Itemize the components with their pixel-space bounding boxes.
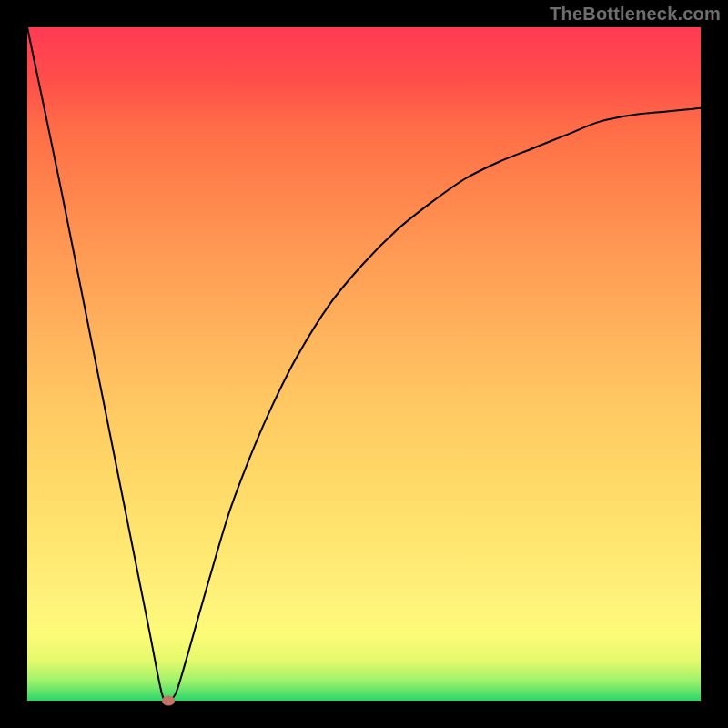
- bottleneck-curve: [27, 27, 701, 701]
- chart-container: TheBottleneck.com: [0, 0, 728, 728]
- watermark-text: TheBottleneck.com: [550, 4, 721, 25]
- plot-area: [27, 27, 701, 701]
- minimum-marker: [162, 696, 175, 706]
